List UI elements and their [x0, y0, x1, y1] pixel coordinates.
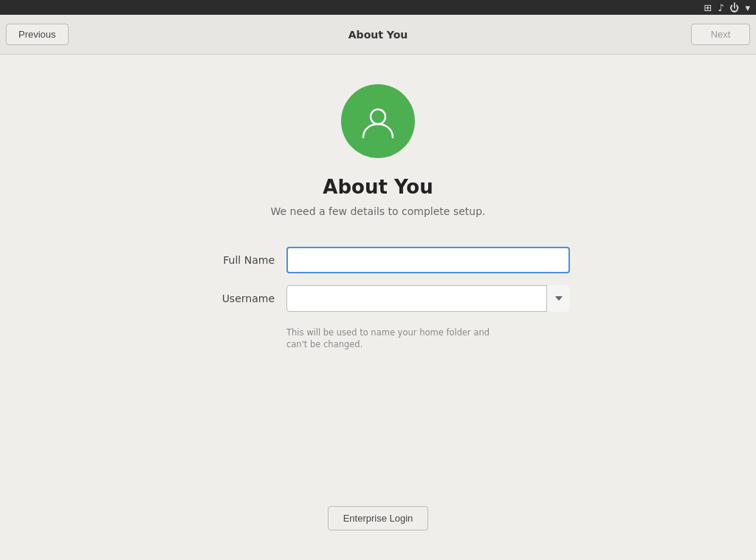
form-container: Full Name Username This will be used to … — [186, 247, 570, 350]
page-subtitle: We need a few details to complete setup. — [270, 205, 485, 217]
network-icon: ⊞ — [704, 2, 712, 13]
username-wrapper — [286, 285, 570, 312]
header-bar: Previous About You Next — [0, 15, 756, 55]
full-name-input[interactable] — [286, 247, 570, 273]
header-title: About You — [348, 29, 408, 41]
username-dropdown-button[interactable] — [546, 285, 570, 312]
username-row: Username — [186, 285, 570, 312]
enterprise-login-button[interactable]: Enterprise Login — [328, 506, 429, 530]
user-avatar-icon — [357, 100, 399, 142]
full-name-label: Full Name — [186, 254, 275, 266]
main-content: About You We need a few details to compl… — [0, 55, 756, 560]
volume-icon: ♪ — [718, 2, 724, 13]
username-hint: This will be used to name your home fold… — [286, 327, 493, 350]
power-icon: ⏻ — [729, 2, 739, 13]
username-label: Username — [186, 293, 275, 304]
full-name-row: Full Name — [186, 247, 570, 273]
username-input[interactable] — [286, 285, 570, 312]
previous-button[interactable]: Previous — [6, 24, 69, 45]
system-bar: ⊞ ♪ ⏻ ▾ — [0, 0, 756, 15]
next-button[interactable]: Next — [691, 24, 750, 45]
chevron-down-icon — [555, 296, 563, 301]
svg-point-0 — [371, 109, 385, 124]
avatar — [341, 84, 415, 158]
page-title: About You — [323, 176, 433, 198]
menu-icon: ▾ — [745, 2, 750, 13]
